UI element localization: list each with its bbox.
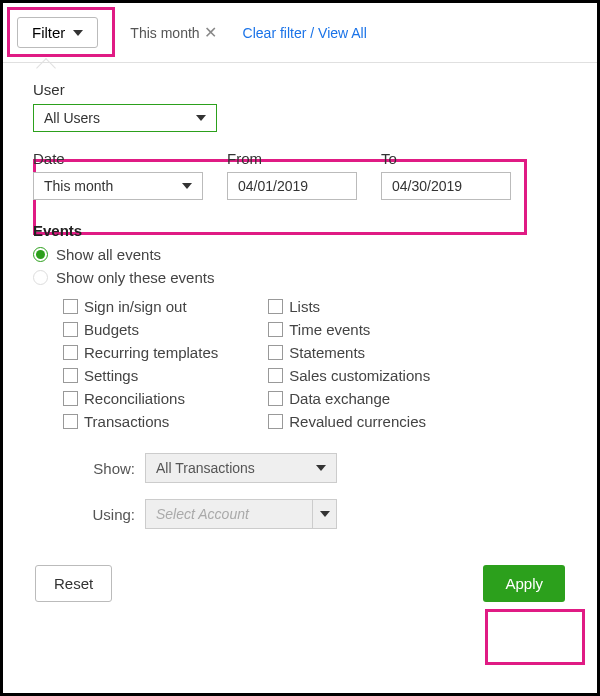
top-bar: Filter This month ✕ Clear filter / View … [3, 3, 597, 63]
checkbox-icon [268, 368, 283, 383]
event-checkbox[interactable]: Transactions [63, 410, 218, 433]
footer-row: Reset Apply [33, 565, 567, 602]
checkbox-icon [268, 391, 283, 406]
clear-filter-link[interactable]: Clear filter / View All [243, 25, 367, 41]
using-label: Using: [83, 506, 135, 523]
apply-button[interactable]: Apply [483, 565, 565, 602]
event-checkbox[interactable]: Reconciliations [63, 387, 218, 410]
to-label: To [381, 150, 511, 167]
radio-icon [33, 270, 48, 285]
checkbox-icon [268, 414, 283, 429]
date-range-value: This month [44, 178, 113, 194]
to-date-value: 04/30/2019 [392, 178, 462, 194]
event-checkbox[interactable]: Sales customizations [268, 364, 430, 387]
checkbox-icon [63, 299, 78, 314]
event-checkbox-label: Data exchange [289, 390, 390, 407]
to-date-input[interactable]: 04/30/2019 [381, 172, 511, 200]
radio-show-only[interactable]: Show only these events [33, 266, 567, 289]
user-select-value: All Users [44, 110, 100, 126]
using-select[interactable]: Select Account [145, 499, 337, 529]
chevron-down-icon [320, 511, 330, 517]
event-checkbox[interactable]: Data exchange [268, 387, 430, 410]
chevron-down-icon [316, 465, 326, 471]
checkbox-icon [63, 414, 78, 429]
radio-show-all-label: Show all events [56, 246, 161, 263]
filter-chip: This month ✕ [130, 25, 216, 41]
events-title: Events [33, 222, 567, 239]
filter-button[interactable]: Filter [17, 17, 98, 48]
event-checkbox[interactable]: Time events [268, 318, 430, 341]
event-checkbox[interactable]: Revalued currencies [268, 410, 430, 433]
event-checkbox[interactable]: Statements [268, 341, 430, 364]
event-checkbox-label: Budgets [84, 321, 139, 338]
event-checkbox-label: Sales customizations [289, 367, 430, 384]
checkbox-icon [268, 299, 283, 314]
event-checkbox-label: Statements [289, 344, 365, 361]
checkbox-icon [63, 345, 78, 360]
user-label: User [33, 81, 567, 98]
filter-button-label: Filter [32, 24, 65, 41]
event-checkbox-label: Reconciliations [84, 390, 185, 407]
date-label: Date [33, 150, 203, 167]
events-checkbox-grid: Sign in/sign outBudgetsRecurring templat… [63, 295, 567, 433]
event-checkbox[interactable]: Lists [268, 295, 430, 318]
date-range-select[interactable]: This month [33, 172, 203, 200]
event-sub-selects: Show: All Transactions Using: Select Acc… [83, 453, 567, 529]
event-checkbox-label: Transactions [84, 413, 169, 430]
event-checkbox-label: Lists [289, 298, 320, 315]
filter-chip-label: This month [130, 25, 199, 41]
user-select[interactable]: All Users [33, 104, 217, 132]
event-checkbox-label: Time events [289, 321, 370, 338]
using-select-placeholder: Select Account [156, 506, 249, 522]
event-checkbox-label: Revalued currencies [289, 413, 426, 430]
event-checkbox[interactable]: Sign in/sign out [63, 295, 218, 318]
date-row: Date This month From 04/01/2019 To 04/30… [33, 150, 567, 200]
checkbox-icon [63, 322, 78, 337]
chevron-down-icon [196, 115, 206, 121]
chevron-down-icon [73, 30, 83, 36]
radio-show-only-label: Show only these events [56, 269, 214, 286]
from-date-value: 04/01/2019 [238, 178, 308, 194]
close-icon[interactable]: ✕ [204, 25, 217, 41]
event-checkbox-label: Recurring templates [84, 344, 218, 361]
chevron-down-icon [182, 183, 192, 189]
checkbox-icon [63, 368, 78, 383]
show-label: Show: [83, 460, 135, 477]
show-select[interactable]: All Transactions [145, 453, 337, 483]
from-date-input[interactable]: 04/01/2019 [227, 172, 357, 200]
event-checkbox[interactable]: Settings [63, 364, 218, 387]
show-select-value: All Transactions [156, 460, 255, 476]
event-checkbox[interactable]: Budgets [63, 318, 218, 341]
checkbox-icon [268, 322, 283, 337]
events-block: Events Show all events Show only these e… [33, 222, 567, 529]
checkbox-icon [63, 391, 78, 406]
radio-icon [33, 247, 48, 262]
event-checkbox-label: Settings [84, 367, 138, 384]
event-checkbox[interactable]: Recurring templates [63, 341, 218, 364]
from-label: From [227, 150, 357, 167]
checkbox-icon [268, 345, 283, 360]
radio-show-all[interactable]: Show all events [33, 243, 567, 266]
event-checkbox-label: Sign in/sign out [84, 298, 187, 315]
reset-button[interactable]: Reset [35, 565, 112, 602]
filter-panel: User All Users Date This month From 04/0… [3, 63, 597, 622]
